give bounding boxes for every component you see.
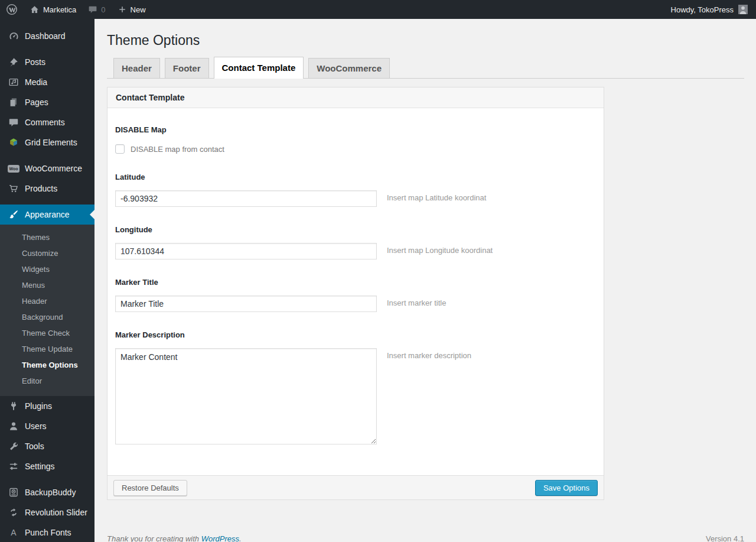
site-name-menu[interactable]: Marketica: [24, 0, 82, 19]
sidebar-item-posts[interactable]: Posts: [0, 52, 94, 72]
sidebar-item-label: Products: [25, 184, 57, 193]
disable-map-checkbox[interactable]: [115, 144, 125, 154]
sidebar-item-appearance[interactable]: Appearance: [0, 205, 94, 225]
tab-footer[interactable]: Footer: [165, 58, 209, 78]
tab-bar: Header Footer Contact Template WooCommer…: [107, 57, 744, 79]
media-icon: [8, 76, 19, 88]
disable-map-field: DISABLE Map DISABLE map from contact: [115, 125, 596, 154]
sidebar-item-settings[interactable]: Settings: [0, 456, 94, 476]
submenu-item-theme-check[interactable]: Theme Check: [0, 325, 94, 341]
sliders-icon: [8, 460, 19, 472]
field-hint: Insert map Longitude koordinat: [387, 243, 493, 255]
page-footer: Thank you for creating with WordPress. V…: [107, 534, 744, 542]
panel-header: Contact Template: [107, 87, 604, 108]
save-options-button[interactable]: Save Options: [535, 480, 598, 496]
sidebar-item-pages[interactable]: Pages: [0, 92, 94, 112]
appearance-submenu: Themes Customize Widgets Menus Header Ba…: [0, 225, 94, 396]
wordpress-link[interactable]: WordPress: [201, 534, 239, 542]
sidebar-item-dashboard[interactable]: Dashboard: [0, 26, 94, 46]
sidebar-item-revolution-slider[interactable]: Revolution Slider: [0, 502, 94, 522]
submenu-item-widgets[interactable]: Widgets: [0, 261, 94, 277]
cart-icon: [8, 183, 19, 194]
sidebar-item-label: Revolution Slider: [25, 508, 87, 517]
field-hint: Insert marker description: [387, 348, 471, 360]
field-label: Marker Title: [115, 278, 596, 287]
marker-description-textarea[interactable]: Marker Content: [115, 348, 377, 444]
refresh-arrows-icon: [8, 507, 19, 518]
sidebar-item-woocommerce[interactable]: Woo WooCommerce: [0, 158, 94, 178]
version-text: Version 4.1: [706, 534, 744, 542]
menu-separator: [0, 476, 94, 482]
restore-defaults-button[interactable]: Restore Defaults: [113, 480, 187, 496]
sidebar-item-media[interactable]: Media: [0, 72, 94, 92]
field-hint: Insert marker title: [387, 296, 446, 307]
submenu-item-menus[interactable]: Menus: [0, 277, 94, 293]
longitude-field: Longitude Insert map Longitude koordinat: [115, 225, 596, 259]
marker-title-input[interactable]: [115, 296, 377, 312]
menu-separator: [0, 46, 94, 52]
sidebar-item-grid-elements[interactable]: Grid Elements: [0, 132, 94, 152]
sidebar-item-products[interactable]: Products: [0, 178, 94, 199]
sidebar-item-label: Media: [25, 77, 47, 87]
submenu-item-theme-update[interactable]: Theme Update: [0, 341, 94, 357]
letter-a-icon: A: [8, 527, 19, 538]
avatar[interactable]: [738, 5, 748, 14]
page-title: Theme Options: [107, 32, 744, 49]
sidebar-item-label: Pages: [25, 98, 48, 107]
grid-elements-cube-icon: [8, 137, 19, 148]
plus-icon: [118, 5, 127, 14]
site-name: Marketica: [43, 5, 76, 14]
tab-contact-template[interactable]: Contact Template: [214, 57, 304, 79]
sidebar-item-label: Comments: [25, 118, 65, 127]
latitude-input[interactable]: [115, 190, 377, 207]
pages-icon: [8, 96, 19, 108]
sidebar-item-label: Punch Fonts: [25, 528, 71, 537]
sidebar-item-label: Posts: [25, 57, 45, 67]
tab-woocommerce[interactable]: WooCommerce: [308, 58, 390, 78]
new-menu[interactable]: New: [112, 0, 152, 19]
howdy-text[interactable]: Howdy, TokoPress: [671, 5, 734, 14]
sidebar-item-label: WooCommerce: [25, 164, 82, 173]
wordpress-logo-menu[interactable]: [0, 0, 24, 19]
sidebar-item-comments[interactable]: Comments: [0, 112, 94, 132]
submenu-item-editor[interactable]: Editor: [0, 373, 94, 389]
field-hint: Insert map Latitude koordinat: [387, 190, 486, 202]
wrench-icon: [8, 440, 19, 452]
pushpin-icon: [8, 56, 19, 68]
marker-title-field: Marker Title Insert marker title: [115, 278, 596, 312]
wordpress-logo-icon: [6, 4, 18, 15]
menu-separator: [0, 152, 94, 158]
field-label: Longitude: [115, 225, 596, 234]
comments-menu[interactable]: 0: [82, 0, 111, 19]
sidebar-item-punch-fonts[interactable]: A Punch Fonts: [0, 522, 94, 542]
submenu-item-theme-options[interactable]: Theme Options: [0, 357, 94, 373]
submenu-item-customize[interactable]: Customize: [0, 245, 94, 261]
admin-bar: Marketica 0 New Howdy, TokoPress: [0, 0, 756, 19]
plug-icon: [8, 400, 19, 412]
submenu-item-header[interactable]: Header: [0, 293, 94, 309]
contact-template-panel: Contact Template DISABLE Map DISABLE map…: [107, 87, 604, 476]
woocommerce-badge-icon: Woo: [8, 163, 19, 174]
footer-thanks-text: Thank you for creating with WordPress.: [107, 534, 242, 542]
submenu-item-themes[interactable]: Themes: [0, 229, 94, 245]
submenu-item-background[interactable]: Background: [0, 309, 94, 325]
backup-drive-icon: [8, 486, 19, 498]
sidebar-item-label: Tools: [25, 442, 44, 451]
menu-separator: [0, 199, 94, 205]
panel-footer: Restore Defaults Save Options: [107, 476, 604, 500]
tab-header[interactable]: Header: [113, 58, 160, 78]
longitude-input[interactable]: [115, 243, 377, 259]
sidebar-item-backupbuddy[interactable]: BackupBuddy: [0, 482, 94, 502]
sidebar-item-tools[interactable]: Tools: [0, 436, 94, 456]
comment-bubble-icon: [88, 5, 97, 14]
latitude-field: Latitude Insert map Latitude koordinat: [115, 173, 596, 207]
user-icon: [8, 420, 19, 432]
marker-description-field: Marker Description Marker Content Insert…: [115, 330, 596, 444]
sidebar-item-label: Users: [25, 421, 47, 431]
field-label: Latitude: [115, 173, 596, 181]
sidebar-item-plugins[interactable]: Plugins: [0, 396, 94, 416]
sidebar-item-label: Dashboard: [25, 31, 66, 41]
checkbox-label: DISABLE map from contact: [131, 145, 224, 154]
sidebar-item-users[interactable]: Users: [0, 416, 94, 436]
new-label: New: [131, 5, 146, 14]
